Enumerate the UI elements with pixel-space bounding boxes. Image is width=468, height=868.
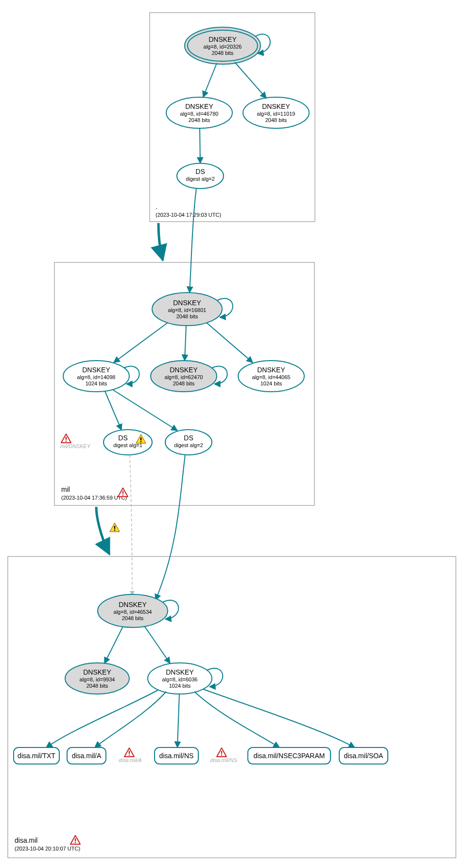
- edge-disa-ksk-to-zsk1: [104, 626, 123, 663]
- svg-text:2048 bits: 2048 bits: [87, 683, 108, 689]
- edge-zsk2-to-nsec3: [194, 692, 279, 747]
- edge-root-ksk-to-zsk2: [235, 62, 266, 98]
- zone-mil-timestamp: (2023-10-04 17:36:59 UTC): [61, 495, 127, 501]
- zone-root-timestamp: (2023-10-04 17:29:03 UTC): [156, 212, 221, 218]
- node-root-zsk-11019[interactable]: DNSKEY alg=8, id=11019 2048 bits: [243, 97, 309, 128]
- rr-soa[interactable]: disa.mil/SOA: [339, 747, 388, 764]
- rr-ns[interactable]: disa.mil/NS: [155, 747, 198, 764]
- svg-text:alg=8, id=46534: alg=8, id=46534: [114, 609, 152, 615]
- svg-text:DS: DS: [118, 434, 127, 442]
- node-mil-zsk-14098[interactable]: DNSKEY alg=8, id=14098 1024 bits: [63, 361, 129, 392]
- svg-text:2048 bits: 2048 bits: [173, 381, 195, 386]
- edge-mil-ds1-to-disa-ksk-dashed: [130, 455, 132, 595]
- svg-text:DNSKEY: DNSKEY: [257, 366, 285, 374]
- zone-disa-box: [8, 556, 456, 858]
- svg-text:2048 bits: 2048 bits: [176, 313, 198, 319]
- error-icon[interactable]: [124, 748, 134, 757]
- svg-text:disa.mil/NSEC3PARAM: disa.mil/NSEC3PARAM: [254, 752, 325, 760]
- svg-text:digest alg=2: digest alg=2: [174, 442, 203, 448]
- svg-text:DNSKEY: DNSKEY: [185, 103, 213, 110]
- svg-text:DNSKEY: DNSKEY: [82, 366, 110, 374]
- edge-mil-ds2-to-disa-ksk: [156, 455, 185, 600]
- svg-text:DNSKEY: DNSKEY: [262, 103, 290, 110]
- node-root-ds[interactable]: DS digest alg=2: [177, 163, 224, 189]
- node-mil-ksk[interactable]: DNSKEY alg=8, id=16801 2048 bits: [152, 293, 222, 326]
- edge-zsk2-to-txt: [46, 690, 158, 747]
- error-icon[interactable]: [61, 434, 71, 443]
- svg-text:alg=8, id=6036: alg=8, id=6036: [162, 677, 198, 682]
- error-icon[interactable]: [118, 488, 128, 497]
- edge-root-ksk-to-zsk1: [203, 63, 217, 97]
- svg-text:2048 bits: 2048 bits: [212, 50, 234, 56]
- svg-text:DS: DS: [195, 168, 205, 175]
- node-mil-ds2[interactable]: DS digest alg=2: [165, 430, 212, 455]
- rr-txt[interactable]: disa.mil/TXT: [14, 747, 59, 764]
- svg-text:DNSKEY: DNSKEY: [119, 601, 147, 608]
- svg-text:2048 bits: 2048 bits: [122, 615, 144, 621]
- node-disa-ksk[interactable]: DNSKEY alg=8, id=46534 2048 bits: [98, 594, 168, 627]
- edge-root-zsk1-to-ds: [200, 128, 200, 163]
- warning-icon[interactable]: [110, 523, 120, 532]
- node-root-zsk-46780[interactable]: DNSKEY alg=8, id=46780 2048 bits: [166, 97, 232, 128]
- zone-disa-timestamp: (2023-10-04 20:10:07 UTC): [15, 846, 80, 851]
- svg-text:2048 bits: 2048 bits: [189, 117, 210, 123]
- svg-text:DNSKEY: DNSKEY: [173, 299, 201, 307]
- edge-mil-ksk-to-zsk1: [114, 323, 168, 363]
- edge-mil-ksk-to-zsk2: [185, 326, 186, 361]
- edge-root-to-mil-thick: [158, 223, 163, 260]
- ghost-disa-a: disa.mil/A: [119, 757, 142, 763]
- rr-a[interactable]: disa.mil/A: [67, 747, 106, 764]
- node-mil-zsk-44065[interactable]: DNSKEY alg=8, id=44065 1024 bits: [238, 361, 304, 392]
- svg-text:alg=8, id=14098: alg=8, id=14098: [77, 374, 116, 380]
- rr-nsec3param[interactable]: disa.mil/NSEC3PARAM: [248, 747, 330, 764]
- zone-root-name: .: [156, 203, 157, 210]
- svg-text:alg=8, id=62470: alg=8, id=62470: [165, 374, 203, 380]
- svg-text:alg=8, id=44065: alg=8, id=44065: [252, 374, 291, 380]
- svg-text:alg=8, id=16801: alg=8, id=16801: [168, 307, 207, 313]
- edge-root-ds-to-mil-ksk: [190, 189, 196, 293]
- svg-text:1024 bits: 1024 bits: [86, 381, 107, 386]
- edge-mil-to-disa-thick: [96, 507, 109, 554]
- zone-disa-name: disa.mil: [15, 836, 37, 844]
- svg-text:DNSKEY: DNSKEY: [166, 668, 194, 676]
- edge-mil-zsk1-to-ds2: [113, 390, 177, 431]
- svg-text:digest alg=2: digest alg=2: [186, 176, 215, 182]
- svg-text:1024 bits: 1024 bits: [169, 683, 191, 689]
- svg-text:alg=8, id=9934: alg=8, id=9934: [80, 677, 115, 682]
- svg-text:2048 bits: 2048 bits: [265, 117, 287, 123]
- svg-text:disa.mil/TXT: disa.mil/TXT: [17, 752, 55, 760]
- ghost-mil-dnskey: mil/DNSKEY: [60, 443, 91, 449]
- svg-text:alg=8, id=46780: alg=8, id=46780: [180, 111, 219, 117]
- edge-zsk2-to-ns: [177, 694, 179, 747]
- dnssec-graph: . (2023-10-04 17:29:03 UTC) DNSKEY alg=8…: [0, 0, 468, 868]
- edge-mil-ksk-to-zsk3: [207, 323, 253, 363]
- node-disa-zsk-6036[interactable]: DNSKEY alg=8, id=6036 1024 bits: [148, 663, 212, 694]
- error-icon[interactable]: [70, 835, 80, 844]
- error-icon[interactable]: [217, 748, 226, 757]
- edge-zsk2-to-soa: [203, 689, 355, 747]
- svg-text:1024 bits: 1024 bits: [260, 381, 282, 386]
- edge-mil-zsk1-to-ds1: [105, 391, 121, 430]
- edge-disa-ksk-to-zsk2: [144, 626, 170, 663]
- ghost-disa-ns: disa.mil/NS: [210, 757, 237, 763]
- svg-text:DNSKEY: DNSKEY: [208, 35, 237, 43]
- node-mil-zsk-62470[interactable]: DNSKEY alg=8, id=62470 2048 bits: [151, 361, 217, 392]
- zone-mil-name: mil: [61, 486, 70, 493]
- svg-text:alg=8, id=20326: alg=8, id=20326: [204, 44, 242, 50]
- svg-text:alg=8, id=11019: alg=8, id=11019: [257, 111, 295, 117]
- svg-text:DNSKEY: DNSKEY: [83, 668, 111, 676]
- node-root-ksk[interactable]: DNSKEY alg=8, id=20326 2048 bits: [185, 27, 260, 64]
- svg-text:DS: DS: [184, 434, 193, 442]
- node-disa-zsk-9934[interactable]: DNSKEY alg=8, id=9934 2048 bits: [65, 663, 129, 694]
- svg-text:disa.mil/SOA: disa.mil/SOA: [344, 752, 384, 760]
- svg-text:disa.mil/NS: disa.mil/NS: [159, 752, 194, 760]
- svg-text:disa.mil/A: disa.mil/A: [72, 752, 102, 760]
- svg-text:DNSKEY: DNSKEY: [170, 366, 198, 374]
- edge-zsk2-to-a: [95, 692, 166, 747]
